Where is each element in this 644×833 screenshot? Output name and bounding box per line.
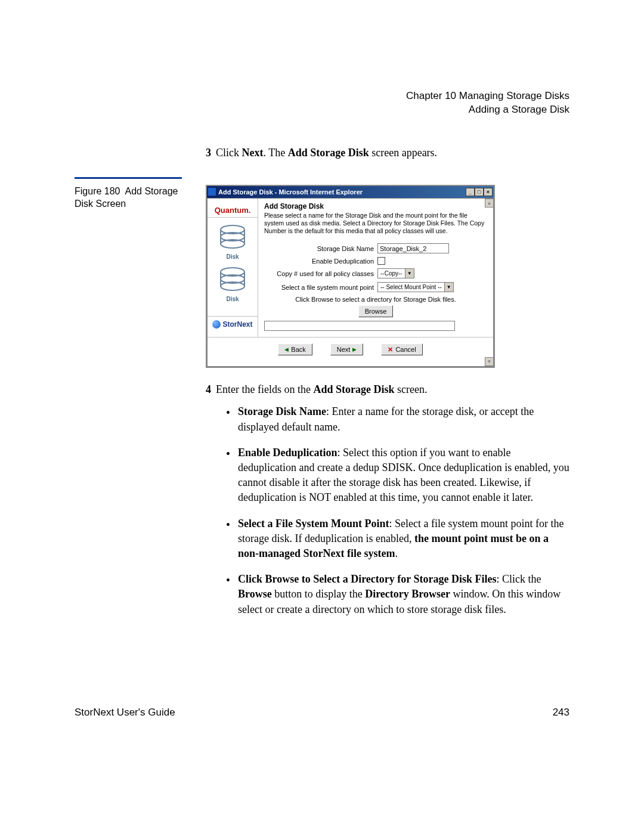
figure-rule bbox=[75, 177, 182, 179]
stornext-orb-icon bbox=[212, 320, 221, 329]
close-button[interactable]: × bbox=[484, 188, 493, 196]
browse-button[interactable]: Browse bbox=[358, 305, 394, 317]
cancel-button[interactable]: ✕ Cancel bbox=[381, 343, 422, 355]
window-title: Add Storage Disk - Microsoft Internet Ex… bbox=[218, 188, 363, 196]
side-column: Quantum. Disk bbox=[208, 199, 258, 337]
section-label: Adding a Storage Disk bbox=[75, 103, 569, 117]
next-button[interactable]: Next ▶ bbox=[330, 343, 364, 355]
form: Storage Disk Name Enable Deduplication C… bbox=[264, 243, 487, 331]
dialog-screenshot: Add Storage Disk - Microsoft Internet Ex… bbox=[206, 185, 495, 368]
chevron-down-icon: ▼ bbox=[405, 269, 414, 278]
disk-icon-1: Disk bbox=[218, 224, 247, 260]
window-body: ▲ Quantum. Disk bbox=[207, 198, 494, 367]
step-3-number: 3 bbox=[206, 147, 211, 159]
footer-page-number: 243 bbox=[553, 707, 569, 719]
chevron-down-icon: ▼ bbox=[444, 283, 453, 292]
quantum-logo: Quantum. bbox=[208, 203, 258, 218]
copy-number-select[interactable]: --Copy-- ▼ bbox=[377, 268, 414, 278]
list-item: Enable Deduplication: Select this option… bbox=[226, 445, 569, 506]
step-3: 3Click Next. The Add Storage Disk screen… bbox=[206, 147, 569, 159]
back-button[interactable]: ◀ Back bbox=[278, 343, 312, 355]
minimize-button[interactable]: _ bbox=[466, 188, 475, 196]
mount-point-select[interactable]: -- Select Mount Point -- ▼ bbox=[377, 282, 454, 292]
enable-dedup-checkbox[interactable] bbox=[377, 257, 385, 265]
panel-title: Add Storage Disk bbox=[264, 202, 487, 210]
mount-point-label: Select a file system mount point bbox=[264, 284, 377, 291]
disk-icon-2: Disk bbox=[218, 266, 247, 302]
footer-left: StorNext User's Guide bbox=[75, 707, 175, 719]
storage-disk-name-label: Storage Disk Name bbox=[264, 245, 377, 252]
step-4: 4Enter the fields on the Add Storage Dis… bbox=[206, 382, 569, 617]
list-item: Click Browse to Select a Directory for S… bbox=[226, 572, 569, 617]
storage-disk-name-input[interactable] bbox=[377, 243, 449, 253]
figure-row: Figure 180 Add Storage Disk Screen Add S… bbox=[75, 185, 569, 368]
main-panel: Add Storage Disk Please select a name fo… bbox=[258, 199, 493, 337]
browse-hint: Click Browse to select a directory for S… bbox=[264, 296, 487, 303]
copy-number-label: Copy # used for all policy classes bbox=[264, 270, 377, 277]
cancel-x-icon: ✕ bbox=[388, 346, 393, 354]
panel-description: Please select a name for the Storage Dis… bbox=[264, 212, 487, 235]
page-content: Chapter 10 Managing Storage Disks Adding… bbox=[75, 89, 569, 628]
next-arrow-icon: ▶ bbox=[352, 346, 357, 352]
scroll-down-icon[interactable]: ▼ bbox=[485, 357, 494, 366]
bullet-list: Storage Disk Name: Enter a name for the … bbox=[206, 404, 569, 617]
figure-caption: Figure 180 Add Storage Disk Screen bbox=[75, 185, 206, 210]
directory-path-input[interactable] bbox=[264, 321, 455, 331]
ie-icon bbox=[208, 188, 216, 196]
list-item: Storage Disk Name: Enter a name for the … bbox=[226, 404, 569, 434]
step-4-number: 4 bbox=[206, 383, 211, 395]
back-arrow-icon: ◀ bbox=[284, 346, 289, 352]
window-titlebar[interactable]: Add Storage Disk - Microsoft Internet Ex… bbox=[207, 186, 494, 198]
page-footer: StorNext User's Guide 243 bbox=[75, 707, 569, 719]
button-bar: ◀ Back Next ▶ ✕ Cancel bbox=[208, 337, 493, 366]
list-item: Select a File System Mount Point: Select… bbox=[226, 516, 569, 562]
chapter-label: Chapter 10 Managing Storage Disks bbox=[75, 89, 569, 103]
scroll-up-icon[interactable]: ▲ bbox=[485, 199, 494, 208]
stornext-logo: StorNext bbox=[208, 316, 258, 332]
maximize-button[interactable]: □ bbox=[475, 188, 484, 196]
enable-dedup-label: Enable Deduplication bbox=[264, 258, 377, 265]
page-header: Chapter 10 Managing Storage Disks Adding… bbox=[75, 89, 569, 117]
